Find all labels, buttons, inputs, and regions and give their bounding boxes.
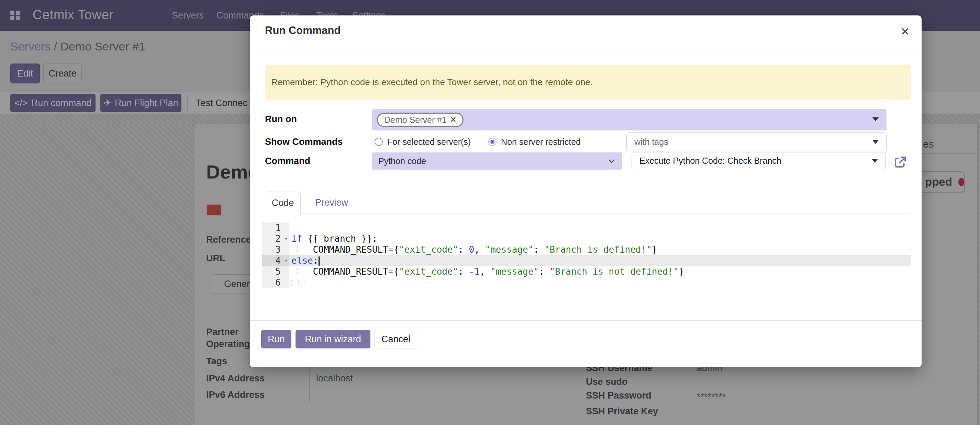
radio-non-server-restricted[interactable] [488,138,496,146]
breadcrumb: Servers / Demo Server #1 [10,40,145,53]
modal-title: Run Command [265,24,340,37]
ssh-password-label: SSH Password [586,390,652,401]
nav-item-servers[interactable]: Servers [172,10,204,21]
run-in-wizard-button[interactable]: Run in wizard [296,330,371,349]
fold-arrow-icon[interactable]: ▾ [285,255,288,266]
code-line-content [289,277,911,288]
modal-header-divider [250,48,921,48]
ipv4-label: IPv4 Address [206,373,264,384]
tab-preview[interactable]: Preview [309,192,354,214]
edit-button[interactable]: Edit [10,63,40,83]
indent-guide [298,278,299,287]
run-flight-plan-button[interactable]: ✈ Run Flight Plan [100,94,181,112]
plane-icon: ✈ [103,97,111,108]
server-color-swatch[interactable] [206,204,222,216]
breadcrumb-current: Demo Server #1 [60,40,146,53]
sheet-top-divider [921,154,976,154]
show-commands-label: Show Commands [265,136,343,147]
run-command-button[interactable]: </> Run command [10,94,95,112]
code-line-content: COMMAND_RESULT={"exit_code": 0, "message… [289,244,911,255]
ipv6-label: IPv6 Address [206,389,264,400]
command-type-value: Python code [378,156,426,166]
line-number: 3 [262,244,289,255]
indent-guide [305,278,306,287]
command-label: Command [265,155,310,167]
app-brand: Cetmix Tower [33,8,113,22]
cancel-button[interactable]: Cancel [375,330,417,349]
fold-arrow-icon[interactable]: ▾ [285,233,288,244]
code-editor[interactable]: 12▾if {{ branch }}:3 COMMAND_RESULT={"ex… [262,222,911,288]
ipv4-value: localhost [316,373,353,384]
line-number: 4▾ [262,255,289,266]
create-button[interactable]: Create [43,63,82,83]
run-on-multiselect[interactable]: Demo Server #1 ✕ [372,109,886,130]
indent-guide [291,278,292,287]
editor-line-2[interactable]: 2▾if {{ branch }}: [262,233,911,244]
text-cursor [318,257,320,266]
breadcrumb-separator: / [54,40,57,53]
tab-bar-divider [265,214,911,214]
apps-menu-icon[interactable] [10,11,20,20]
radio-for-selected-servers[interactable] [375,138,383,146]
radio-non-server-restricted-label[interactable]: Non server restricted [501,136,581,147]
with-tags-caret-icon [872,140,879,144]
operating-system-label: Operating [206,338,250,349]
code-line-content: COMMAND_RESULT={"exit_code": -1, "messag… [289,266,911,277]
python-warning-alert: Remember: Python code is executed on the… [265,65,911,100]
command-type-select[interactable]: Python code [372,152,622,170]
page-hatch-left [0,124,195,425]
column-divider-right [690,364,690,417]
editor-line-1[interactable]: 1 [262,222,911,233]
code-icon: </> [14,98,28,108]
editor-line-6[interactable]: 6 [262,277,911,288]
server-tag-label: Demo Server #1 [384,115,447,125]
code-line-content: else: [289,255,911,266]
tags-label: Tags [206,356,227,366]
run-on-caret-icon[interactable] [872,117,879,121]
run-flight-plan-label: Run Flight Plan [115,98,178,108]
close-icon[interactable]: ✕ [897,24,913,40]
breadcrumb-servers-link[interactable]: Servers [10,40,51,53]
column-divider-left [309,364,310,402]
stat-button-text[interactable]: es [923,139,934,150]
with-tags-dropdown[interactable]: with tags [627,132,886,151]
run-command-label: Run command [31,98,92,108]
tab-code[interactable]: Code [265,192,301,214]
with-tags-placeholder: with tags [634,137,668,147]
test-connection-button[interactable]: Test Connec [187,94,256,112]
indent-guide [297,267,298,276]
chevron-down-icon [608,158,616,164]
editor-line-3[interactable]: 3 COMMAND_RESULT={"exit_code": 0, "messa… [262,244,911,255]
command-select[interactable]: Execute Python Code: Check Branch [632,152,886,169]
indent-guide [297,245,298,254]
run-button[interactable]: Run [261,330,291,349]
ssh-password-value: ******** [697,391,726,402]
status-label: pped [925,175,952,189]
editor-line-4[interactable]: 4▾else: [262,255,911,266]
partner-label: Partner [206,327,239,338]
status-stopped-dot [958,178,964,186]
line-number: 5 [262,266,289,277]
ssh-private-key-label: SSH Private Key [586,406,658,417]
radio-for-selected-servers-label[interactable]: For selected server(s) [387,136,471,147]
editor-line-5[interactable]: 5 COMMAND_RESULT={"exit_code": -1, "mess… [262,266,911,277]
external-link-icon[interactable] [893,155,907,169]
reference-label: Reference [206,234,251,245]
run-on-label: Run on [265,114,297,125]
url-label: URL [206,253,226,264]
tag-remove-icon[interactable]: ✕ [450,115,456,124]
line-number: 1 [262,222,289,233]
line-number: 6 [262,277,289,288]
run-command-modal: Run Command ✕ Remember: Python code is e… [250,16,921,367]
use-sudo-label: Use sudo [586,376,628,387]
command-select-value: Execute Python Code: Check Branch [640,156,781,166]
code-line-content [289,222,911,233]
command-caret-icon [872,159,878,163]
code-line-content: if {{ branch }}: [289,233,911,244]
server-tag[interactable]: Demo Server #1 ✕ [377,113,463,127]
line-number: 2▾ [262,233,289,244]
